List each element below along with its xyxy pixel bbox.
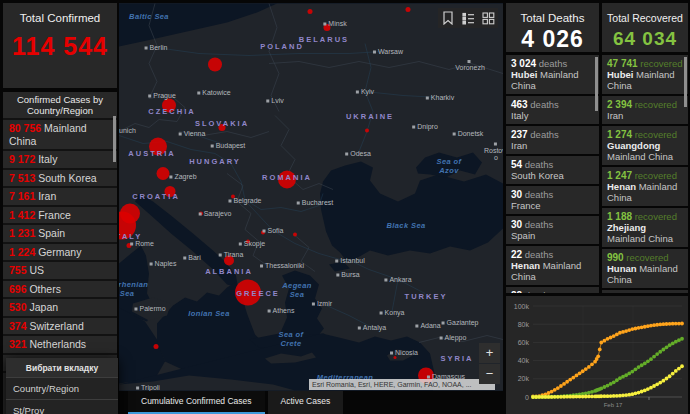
recovered-list-row[interactable]: 47 741 recoveredHubei Mainland China [602, 55, 688, 94]
case-bubble[interactable] [235, 280, 261, 306]
confirmed-region: Switzerland [27, 320, 84, 332]
map-canvas[interactable]: POLANDBELARUSCZECHIAUKRAINESLOVAKIAAUSTR… [119, 3, 503, 391]
confirmed-row[interactable]: 1 412 France [3, 205, 117, 224]
confirmed-row[interactable]: 9 172 Italy [3, 149, 117, 168]
case-bubble[interactable] [246, 240, 250, 244]
confirmed-row[interactable]: 696 Others [3, 279, 117, 298]
confirmed-count: 9 172 [9, 153, 35, 165]
basemap-gallery-icon[interactable] [478, 8, 498, 28]
tab-active-cases[interactable]: Active Cases [268, 391, 344, 414]
series-dot [571, 376, 575, 380]
confirmed-row[interactable]: 80 756 Mainland China [3, 118, 117, 149]
series-dot [562, 382, 566, 386]
deaths-list-row[interactable]: 54 deaths South Korea [506, 156, 599, 184]
deaths-list-row[interactable]: 3 024 deathsHubei Mainland China [506, 55, 599, 94]
total-confirmed-value: 114 544 [3, 32, 117, 61]
series-dot [596, 354, 600, 358]
case-bubble[interactable] [293, 233, 297, 237]
map-toolbar [438, 8, 498, 28]
case-bubble[interactable] [149, 138, 167, 156]
case-bubble[interactable] [157, 167, 170, 180]
map-basemap[interactable] [119, 3, 503, 391]
case-bubble[interactable] [394, 356, 397, 359]
series-dot [665, 377, 669, 381]
case-bubble[interactable] [278, 171, 296, 189]
total-deaths-value: 4 026 [506, 26, 599, 53]
cases-timeline-chart[interactable]: 020k40k60k80k100kFeb 17 [506, 296, 688, 414]
deaths-list-row[interactable]: 463 deaths Italy [506, 96, 599, 124]
total-confirmed-title: Total Confirmed [3, 3, 117, 24]
recovered-list-row[interactable]: 984 recoveredAnhui Mainland China [602, 290, 688, 293]
recovered-list-scrollbar[interactable] [684, 57, 687, 107]
case-bubble[interactable] [261, 231, 265, 235]
tab-cumulative-confirmed-cases[interactable]: Cumulative Confirmed Cases [128, 391, 265, 414]
case-bubble[interactable] [406, 7, 411, 12]
case-bubble[interactable] [219, 124, 226, 131]
tab-selector-options: Country/RegionSt/Prov [6, 377, 118, 414]
recovered-list-row[interactable]: 2 394 recovered Iran [602, 96, 688, 124]
deaths-list-row[interactable]: 30 deaths France [506, 186, 599, 214]
series-dot [680, 364, 684, 368]
zoom-out-button[interactable]: − [479, 364, 500, 384]
confirmed-row[interactable]: 530 Japan [3, 297, 117, 316]
total-recovered-value: 64 034 [602, 28, 688, 50]
deaths-list-scrollbar[interactable] [595, 57, 598, 111]
confirmed-row[interactable]: 1 231 Spain [3, 223, 117, 242]
series-dot [634, 367, 638, 371]
case-bubble[interactable] [165, 186, 176, 197]
map-attribution: Esri Romania, Esri, HERE, Garmin, FAO, N… [309, 379, 495, 390]
series-dot [587, 365, 591, 369]
confirmed-list-scrollbar[interactable] [113, 116, 116, 162]
deaths-list-row[interactable]: 22 deathsHenan Mainland China [506, 246, 599, 285]
y-axis-tick: 80k [518, 321, 530, 328]
confirmed-row[interactable]: 755 US [3, 260, 117, 279]
case-bubble[interactable] [199, 212, 203, 216]
series-dot [584, 367, 588, 371]
series-dot [578, 371, 582, 375]
case-bubble[interactable] [224, 256, 234, 266]
y-axis-tick: 0 [525, 394, 529, 401]
confirmed-region: Netherlands [27, 338, 87, 350]
tab-selector-option[interactable]: St/Prov [6, 399, 118, 414]
confirmed-region: Spain [35, 227, 65, 239]
total-deaths-title: Total Deaths [506, 3, 599, 24]
case-bubble[interactable] [162, 99, 176, 113]
tab-selector-dropdown: Вибрати вкладку Country/RegionSt/Prov [6, 358, 118, 414]
confirmed-row[interactable]: 374 Switzerland [3, 316, 117, 335]
cases-timeline-chart-panel: 020k40k60k80k100kFeb 17 [506, 296, 688, 414]
confirmed-region: Japan [27, 301, 59, 313]
recovered-list-row[interactable]: 1 274 recoveredGuangdong Mainland China [602, 126, 688, 165]
confirmed-count: 1 231 [9, 227, 35, 239]
deaths-list-row[interactable]: 30 deaths Spain [506, 216, 599, 244]
case-bubble[interactable] [231, 195, 235, 199]
case-bubble[interactable] [127, 243, 132, 248]
confirmed-row[interactable]: 321 Netherlands [3, 334, 117, 353]
tab-selector-option[interactable]: Country/Region [6, 377, 118, 399]
map-zoom-control: + − [479, 343, 500, 385]
zoom-in-button[interactable]: + [479, 343, 500, 363]
y-axis-tick: 40k [518, 357, 530, 364]
series-dot [565, 380, 569, 384]
deaths-list: 3 024 deathsHubei Mainland China463 deat… [506, 55, 599, 293]
confirmed-count: 530 [9, 301, 27, 313]
case-bubble[interactable] [208, 58, 222, 72]
bookmark-icon[interactable] [438, 8, 458, 28]
series-dot [661, 379, 665, 383]
deaths-list-row[interactable]: 237 deaths Iran [506, 126, 599, 154]
recovered-list-row[interactable]: 1 188 recoveredZhejiang Mainland China [602, 208, 688, 247]
case-bubble[interactable] [154, 344, 159, 349]
confirmed-region: US [27, 264, 45, 276]
confirmed-row[interactable]: 7 513 South Korea [3, 168, 117, 187]
confirmed-row[interactable]: 1 224 Germany [3, 242, 117, 261]
recovered-list-row[interactable]: 990 recoveredHunan Mainland China [602, 249, 688, 288]
deaths-list-row[interactable]: 22 deathsWashington US [506, 287, 599, 293]
series-dot [668, 374, 672, 378]
case-bubble[interactable] [308, 9, 313, 14]
recovered-list-row[interactable]: 1 247 recoveredHenan Mainland China [602, 167, 688, 206]
legend-icon[interactable] [458, 8, 478, 28]
y-axis-tick: 20k [518, 375, 530, 382]
case-bubble[interactable] [324, 24, 331, 31]
case-bubble[interactable] [365, 129, 369, 133]
confirmed-row[interactable]: 7 161 Iran [3, 186, 117, 205]
case-bubble[interactable] [120, 204, 140, 224]
